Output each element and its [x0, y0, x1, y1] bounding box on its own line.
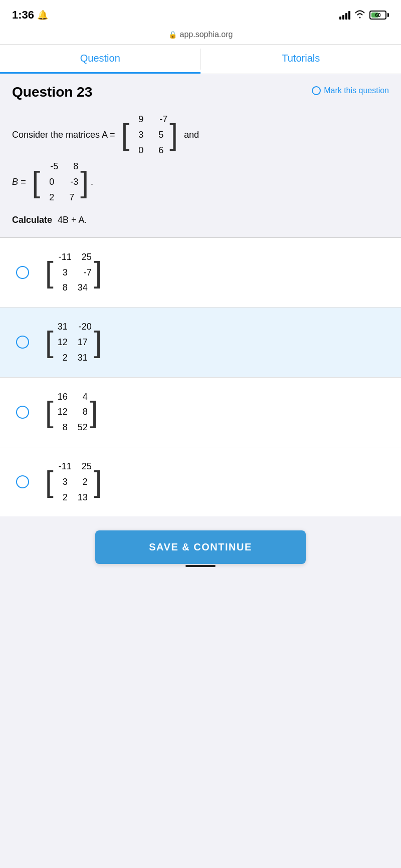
- tab-bar: Question Tutorials: [0, 45, 401, 74]
- matrix-option-c: [ 16 4 12 8 8 52 ]: [45, 390, 98, 435]
- radio-b[interactable]: [16, 336, 29, 349]
- matrix-b-values: -5 8 0 -3 2 7: [42, 159, 78, 204]
- matrix-a-row-3: 0 6: [131, 143, 167, 158]
- intro-text: Consider the matrices A =: [12, 128, 115, 142]
- b-label: B =: [12, 177, 26, 187]
- question-line1: Consider the matrices A = [ 9 -7 3 5 0 6…: [12, 112, 389, 157]
- matrix-b-row-1: -5 8: [42, 159, 78, 174]
- radio-d[interactable]: [16, 475, 29, 488]
- url-text: app.sophia.org: [180, 30, 233, 39]
- wifi-icon: [354, 10, 365, 21]
- mark-question-button[interactable]: Mark this question: [312, 86, 389, 95]
- matrix-b-right-bracket: ]: [80, 167, 89, 197]
- question-header: Question 23 Mark this question: [0, 74, 401, 104]
- and-text: and: [184, 130, 199, 140]
- question-content: Consider the matrices A = [ 9 -7 3 5 0 6…: [0, 104, 401, 237]
- question-title: Question 23: [12, 84, 92, 100]
- save-button-container: SAVE & CONTINUE: [0, 516, 401, 584]
- formula-text: 4B + A.: [58, 215, 87, 225]
- tab-question-label: Question: [80, 53, 120, 64]
- matrix-b-row-2: 0 -3: [42, 175, 78, 189]
- option-c[interactable]: [ 16 4 12 8 8 52 ]: [0, 378, 401, 447]
- matrix-a-row-2: 3 5: [131, 128, 167, 142]
- matrix-a-values: 9 -7 3 5 0 6: [131, 112, 167, 157]
- time-display: 1:36: [12, 9, 34, 22]
- matrix-option-d: [ -11 25 3 2 2 13 ]: [45, 459, 102, 504]
- lock-icon: 🔒: [168, 31, 177, 39]
- matrix-a-left-bracket: [: [121, 120, 130, 150]
- option-d[interactable]: [ -11 25 3 2 2 13 ]: [0, 447, 401, 516]
- option-b[interactable]: [ 31 -20 12 17 2 31 ]: [0, 308, 401, 377]
- tab-tutorials-label: Tutorials: [282, 53, 320, 64]
- status-right: 60: [339, 10, 389, 21]
- mark-question-label: Mark this question: [324, 86, 389, 95]
- matrix-b-section: B = [ -5 8 0 -3 2 7 ] .: [12, 159, 389, 204]
- status-time: 1:36 🔔: [12, 9, 48, 22]
- calculate-label: Calculate: [12, 215, 52, 225]
- bell-icon: 🔔: [37, 10, 48, 21]
- battery-level: 60: [370, 13, 385, 18]
- matrix-b: [ -5 8 0 -3 2 7 ]: [32, 159, 89, 204]
- tab-question[interactable]: Question: [0, 45, 200, 74]
- url-bar: 🔒 app.sophia.org: [0, 28, 401, 45]
- matrix-b-row-3: 2 7: [42, 190, 78, 205]
- matrix-option-b: [ 31 -20 12 17 2 31 ]: [45, 320, 102, 365]
- option-a[interactable]: [ -11 25 3 -7 8 34 ]: [0, 238, 401, 308]
- save-continue-button[interactable]: SAVE & CONTINUE: [95, 530, 306, 564]
- mark-circle-icon: [312, 86, 321, 95]
- battery: 60: [369, 11, 389, 20]
- radio-a[interactable]: [16, 266, 29, 279]
- calculate-line: Calculate 4B + A.: [12, 215, 389, 225]
- matrix-a: [ 9 -7 3 5 0 6 ]: [121, 112, 178, 157]
- matrix-a-right-bracket: ]: [169, 120, 178, 150]
- radio-c[interactable]: [16, 406, 29, 419]
- matrix-a-row-1: 9 -7: [131, 112, 167, 127]
- tab-tutorials[interactable]: Tutorials: [201, 45, 402, 74]
- signal-bars: [339, 11, 350, 20]
- matrix-b-left-bracket: [: [32, 167, 41, 197]
- matrix-option-a: [ -11 25 3 -7 8 34 ]: [45, 250, 102, 295]
- status-bar: 1:36 🔔 60: [0, 0, 401, 28]
- answer-options: [ -11 25 3 -7 8 34 ] [: [0, 238, 401, 517]
